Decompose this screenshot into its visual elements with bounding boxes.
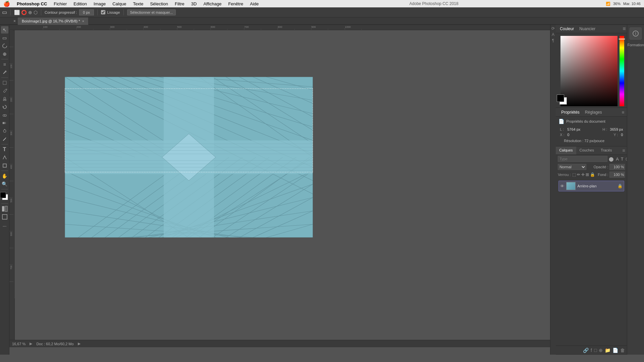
text-icon[interactable]: A [552, 32, 554, 37]
contour-input[interactable] [79, 9, 94, 15]
tool-lasso[interactable] [1, 42, 8, 50]
tool-screen-mode[interactable] [1, 213, 8, 221]
new-adjustment-icon[interactable]: ⊕ [599, 348, 603, 353]
arrow-icon[interactable]: ▶ [30, 342, 32, 346]
menu-fenetre[interactable]: Fenêtre [225, 0, 247, 7]
tool-text[interactable]: T [1, 146, 8, 153]
tool-quick-select[interactable]: ⊕ [1, 50, 8, 58]
lock-pixels-icon[interactable]: ✏ [577, 172, 580, 177]
fond-input[interactable] [609, 172, 625, 178]
tab-couleur[interactable]: Couleur [557, 25, 577, 33]
rect-icon[interactable]: ⬜ [14, 10, 20, 15]
menu-calque[interactable]: Calque [109, 0, 129, 7]
tool-zoom[interactable]: 🔍 [1, 180, 8, 188]
props-menu-icon[interactable]: ≡ [622, 110, 624, 115]
apple-menu[interactable]: 🍎 [0, 1, 13, 7]
filter-icon-4[interactable]: ⬡ [625, 157, 627, 162]
tool-gradient[interactable] [1, 119, 8, 127]
tool-pen[interactable] [1, 135, 8, 143]
tool-dodge[interactable] [1, 127, 8, 135]
fg-bg-color-selector[interactable] [0, 192, 9, 202]
blend-mode-select[interactable]: Normal [558, 164, 586, 170]
foreground-color[interactable] [0, 192, 6, 198]
arrow-icon-2[interactable]: ▶ [78, 342, 80, 346]
tab-nuancier[interactable]: Nuancier [577, 25, 598, 33]
color-panel-menu[interactable]: ≡ [623, 26, 626, 32]
tab-reglages[interactable]: Réglages [582, 108, 605, 117]
color-spectrum[interactable] [560, 36, 618, 106]
ellipse-icon[interactable]: ⭕ [21, 10, 27, 15]
menu-affichage[interactable]: Affichage [200, 0, 225, 7]
dimension-row-lh: L : 5764 px H : 3659 px [560, 127, 623, 131]
tab-couches[interactable]: Couches [576, 146, 597, 155]
tool-marquee[interactable]: ▭ [1, 34, 8, 42]
lock-transparent-icon[interactable]: ⬚ [572, 172, 576, 177]
app-menu[interactable]: Photoshop CC [13, 0, 50, 7]
tool-crop[interactable]: ⌗ [1, 61, 8, 68]
document-canvas[interactable] [65, 77, 313, 238]
tool-brush[interactable] [1, 87, 8, 95]
menu-edition[interactable]: Edition [70, 0, 90, 7]
lasso-icon[interactable]: ⊕ [28, 10, 32, 15]
add-style-icon[interactable]: f [591, 348, 592, 353]
filter-icon-2[interactable]: A [615, 157, 620, 162]
l-label: L : [560, 127, 567, 131]
tab-proprietes[interactable]: Propriétés [558, 108, 582, 117]
lock-position-icon[interactable]: ✛ [581, 172, 585, 177]
menu-3d[interactable]: 3D [188, 0, 200, 7]
delete-layer-icon[interactable]: 🗑 [620, 348, 625, 353]
menu-selection[interactable]: Sélection [147, 0, 171, 7]
lissage-checkbox[interactable] [101, 10, 105, 14]
formation-expand-btn[interactable]: i [630, 27, 642, 40]
filter-icon-1[interactable]: ⬤ [608, 157, 614, 162]
opacity-input[interactable] [609, 164, 625, 170]
document-tabbar: × BoisImage1.jpg @ 16,7% (RVB/8) * × [0, 17, 644, 25]
new-layer-icon[interactable]: 📄 [612, 348, 618, 353]
svg-point-8 [3, 130, 6, 132]
layers-filter-input[interactable] [558, 156, 607, 162]
tab-close-btn[interactable]: × [82, 19, 84, 23]
tool-eyedropper[interactable] [1, 69, 8, 76]
lissage-label: Lissage [107, 10, 120, 14]
tool-move[interactable]: ↖ [1, 26, 8, 34]
opacity-label: Opacité : [593, 165, 608, 169]
canvas-area[interactable]: 100 200 300 400 500 600 700 800 900 1000 [9, 25, 550, 355]
tab-calques[interactable]: Calques [556, 146, 576, 155]
menu-image[interactable]: Image [90, 0, 109, 7]
tool-quick-mask[interactable] [1, 205, 8, 213]
tab-traces[interactable]: Tracés [597, 146, 615, 155]
tool-history[interactable] [1, 103, 8, 111]
tool-extra[interactable]: ... [1, 221, 8, 229]
tool-eraser[interactable] [1, 111, 8, 119]
menu-aide[interactable]: Aide [247, 0, 262, 7]
add-mask-icon[interactable]: □ [594, 348, 597, 353]
tool-patch[interactable] [1, 79, 8, 86]
layers-panel-section: Calques Couches Tracés ≡ ⬤ A T ⬡ ⚙ Norma… [556, 146, 627, 355]
layer-visibility-icon[interactable]: 👁 [560, 184, 565, 189]
menu-texte[interactable]: Texte [129, 0, 147, 7]
tool-shape[interactable] [1, 162, 8, 169]
menu-filtre[interactable]: Filtre [171, 0, 188, 7]
foreground-color-swatch[interactable] [557, 95, 564, 102]
lock-all-icon[interactable]: 🔒 [590, 172, 595, 177]
properties-panel-header: Propriétés Réglages ≡ [556, 108, 627, 117]
document-tab[interactable]: BoisImage1.jpg @ 16,7% (RVB/8) * × [18, 17, 89, 25]
tool-stamp[interactable] [1, 95, 8, 103]
menu-fichier[interactable]: Fichier [50, 0, 70, 7]
lock-artboard-icon[interactable]: ⊞ [586, 172, 589, 177]
para-icon[interactable]: ¶ [552, 38, 554, 43]
new-group-icon[interactable]: 📁 [605, 348, 610, 353]
link-layers-icon[interactable]: 🔗 [583, 348, 589, 353]
selectionner-masquer-button[interactable]: Sélectionner et masquer... [127, 9, 176, 15]
sync-icon[interactable]: ⟳ [551, 26, 555, 31]
tab-close-x[interactable]: × [13, 19, 16, 23]
tool-path-select[interactable] [1, 154, 8, 161]
layers-menu-icon[interactable]: ≡ [620, 146, 627, 155]
svg-text:200: 200 [76, 25, 81, 28]
tool-hand[interactable]: ✋ [1, 172, 8, 180]
hue-bar[interactable] [620, 36, 624, 106]
filter-icon-3[interactable]: T [620, 157, 624, 162]
layer-item-arriere-plan[interactable]: 👁 Arrière-plan 🔒 [558, 181, 624, 191]
svg-line-6 [4, 115, 5, 116]
poly-icon[interactable]: ⬡ [34, 10, 38, 15]
